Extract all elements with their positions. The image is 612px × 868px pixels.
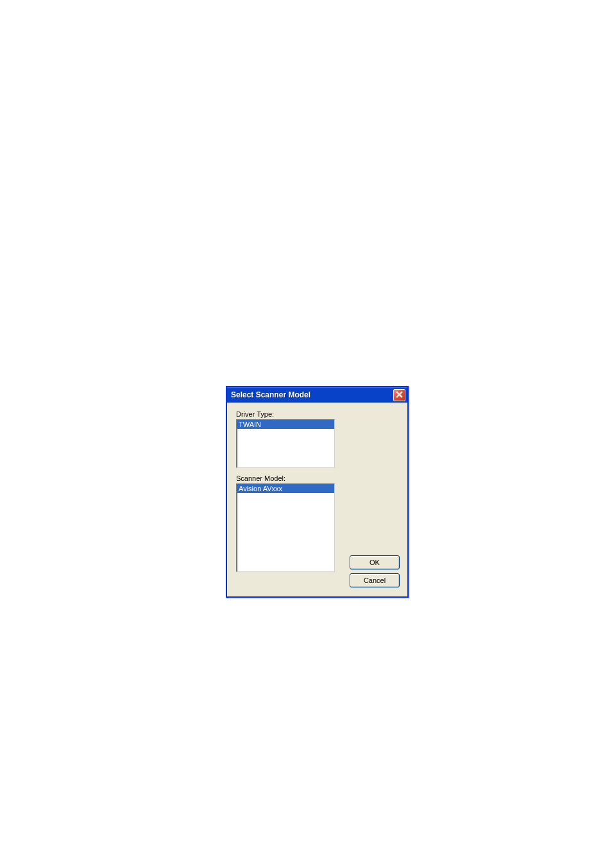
- list-item[interactable]: TWAIN: [237, 420, 334, 429]
- close-icon: [396, 389, 403, 401]
- select-scanner-dialog: Select Scanner Model Driver Type: TWAIN …: [226, 386, 409, 598]
- driver-type-label: Driver Type:: [236, 410, 401, 418]
- scanner-model-label: Scanner Model:: [236, 474, 401, 482]
- list-item[interactable]: Avision AVxxx: [237, 484, 334, 493]
- dialog-content: Driver Type: TWAIN Scanner Model: Avisio…: [227, 403, 407, 596]
- scanner-model-listbox[interactable]: Avision AVxxx: [236, 483, 335, 572]
- dialog-title: Select Scanner Model: [231, 390, 310, 399]
- cancel-button[interactable]: Cancel: [350, 573, 400, 587]
- ok-button[interactable]: OK: [350, 555, 400, 569]
- button-area: OK Cancel: [350, 555, 400, 587]
- close-button[interactable]: [393, 389, 405, 401]
- driver-type-listbox[interactable]: TWAIN: [236, 419, 335, 468]
- titlebar[interactable]: Select Scanner Model: [227, 387, 407, 403]
